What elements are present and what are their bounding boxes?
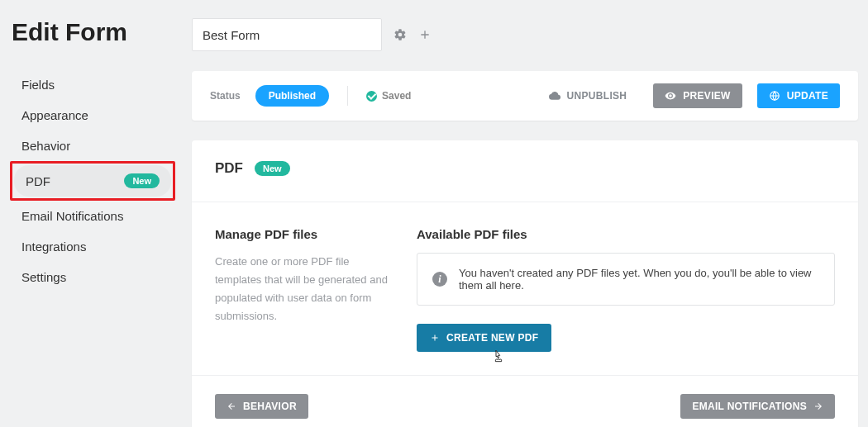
- manage-pdf-desc: Create one or more PDF file templates th…: [215, 253, 389, 325]
- next-email-notifications-button[interactable]: EMAIL NOTIFICATIONS: [680, 394, 835, 419]
- sidebar-item-pdf-highlight: PDF New: [10, 161, 175, 201]
- check-icon: [366, 91, 377, 102]
- sidebar-item-fields[interactable]: Fields: [10, 69, 175, 100]
- pdf-panel: PDF New Manage PDF files Create one or m…: [192, 140, 858, 427]
- sidebar-item-label: PDF: [26, 174, 50, 188]
- arrow-left-icon: [227, 401, 236, 411]
- sidebar-item-email-notifications[interactable]: Email Notifications: [10, 201, 175, 231]
- sidebar-item-label: Fields: [21, 78, 55, 92]
- sidebar-item-appearance[interactable]: Appearance: [10, 100, 175, 130]
- sidebar-item-label: Appearance: [21, 108, 88, 122]
- sidebar-item-settings[interactable]: Settings: [10, 262, 175, 292]
- saved-label: Saved: [382, 90, 411, 102]
- prev-behavior-button[interactable]: BEHAVIOR: [215, 394, 308, 419]
- plus-icon[interactable]: [418, 28, 432, 41]
- create-new-pdf-button[interactable]: CREATE NEW PDF: [417, 324, 551, 352]
- new-badge: New: [255, 161, 290, 176]
- divider: [347, 86, 348, 106]
- info-icon: i: [432, 272, 447, 287]
- arrow-right-icon: [813, 401, 823, 411]
- new-badge: New: [124, 173, 160, 188]
- divider: [192, 202, 858, 202]
- sidebar-item-label: Settings: [21, 270, 66, 284]
- globe-icon: [769, 90, 780, 102]
- available-pdf-title: Available PDF files: [417, 227, 835, 241]
- eye-icon: [665, 90, 676, 102]
- footer-nav: BEHAVIOR EMAIL NOTIFICATIONS: [192, 375, 858, 427]
- status-published-pill: Published: [255, 85, 329, 107]
- gear-icon[interactable]: [393, 28, 407, 41]
- sidebar-item-label: Email Notifications: [21, 209, 123, 223]
- sidebar-item-label: Integrations: [21, 240, 86, 254]
- sidebar-item-pdf[interactable]: PDF New: [14, 165, 171, 197]
- sidebar: Fields Appearance Behavior PDF New Email…: [10, 69, 175, 292]
- pdf-header-title: PDF: [215, 160, 243, 177]
- page-title: Edit Form: [10, 18, 175, 46]
- plus-icon: [430, 333, 440, 343]
- sidebar-item-label: Behavior: [21, 139, 70, 153]
- sidebar-item-integrations[interactable]: Integrations: [10, 231, 175, 262]
- empty-info-box: i You haven't created any PDF files yet.…: [417, 253, 835, 306]
- preview-button[interactable]: PREVIEW: [653, 83, 742, 108]
- empty-message: You haven't created any PDF files yet. W…: [459, 267, 819, 292]
- manage-pdf-title: Manage PDF files: [215, 227, 389, 241]
- unpublish-button[interactable]: UNPUBLISH: [537, 83, 639, 108]
- saved-indicator: Saved: [366, 90, 411, 102]
- status-label: Status: [210, 90, 241, 102]
- cloud-icon: [549, 90, 560, 102]
- status-bar: Status Published Saved UNPUBLISH PREVIEW…: [192, 71, 858, 121]
- form-name-row: [192, 18, 858, 51]
- form-name-input[interactable]: [192, 18, 382, 51]
- sidebar-item-behavior[interactable]: Behavior: [10, 130, 175, 161]
- update-button[interactable]: UPDATE: [757, 83, 840, 108]
